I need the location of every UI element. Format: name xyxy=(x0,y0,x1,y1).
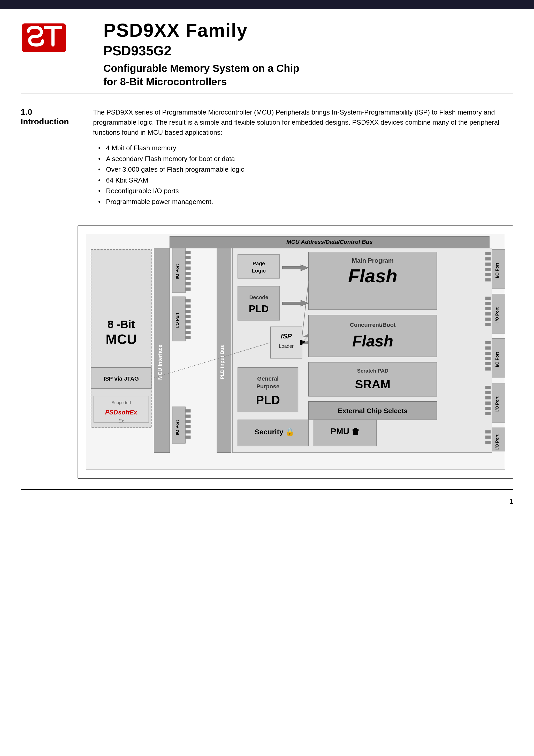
svg-rect-19 xyxy=(185,251,191,254)
svg-rect-106 xyxy=(485,391,491,394)
svg-text:Supported: Supported xyxy=(111,400,131,405)
svg-text:General: General xyxy=(257,375,279,382)
block-diagram-container: MCU Address/Data/Control Bus 8 -Bit MCU … xyxy=(78,226,513,479)
svg-text:MCU: MCU xyxy=(106,331,137,346)
svg-rect-115 xyxy=(485,441,491,444)
svg-rect-93 xyxy=(485,317,491,321)
svg-text:ISP via JTAG: ISP via JTAG xyxy=(103,375,139,382)
desc-title: Configurable Memory System on a Chip for… xyxy=(103,62,513,89)
top-section: PSD9XX Family PSD935G2 Configurable Memo… xyxy=(0,9,534,94)
svg-text:I/O Port: I/O Port xyxy=(495,307,499,322)
header-bar xyxy=(0,0,534,9)
page-number: 1 xyxy=(509,498,513,506)
block-diagram-svg: MCU Address/Data/Control Bus 8 -Bit MCU … xyxy=(86,234,505,470)
svg-rect-99 xyxy=(485,352,491,355)
svg-rect-22 xyxy=(185,266,191,269)
svg-text:Page: Page xyxy=(253,260,265,266)
svg-text:Purpose: Purpose xyxy=(256,383,280,390)
svg-rect-43 xyxy=(185,419,191,423)
svg-rect-41 xyxy=(185,409,191,412)
svg-rect-90 xyxy=(485,302,491,305)
svg-text:I/O Port: I/O Port xyxy=(495,396,499,412)
svg-rect-105 xyxy=(485,386,491,389)
svg-rect-26 xyxy=(185,287,191,290)
svg-text:ISP: ISP xyxy=(281,332,292,340)
svg-text:MCU Address/Data/Control Bus: MCU Address/Data/Control Bus xyxy=(286,238,373,245)
svg-rect-107 xyxy=(485,396,491,399)
main-title: PSD9XX Family xyxy=(103,20,513,41)
sub-title: PSD935G2 xyxy=(103,43,513,58)
svg-text:I/O Port: I/O Port xyxy=(495,352,499,367)
svg-rect-48 xyxy=(238,255,280,278)
svg-rect-25 xyxy=(185,282,191,285)
svg-text:8 -Bit: 8 -Bit xyxy=(108,318,135,331)
logo-area xyxy=(21,22,83,54)
svg-rect-33 xyxy=(185,320,191,323)
svg-rect-97 xyxy=(485,341,491,344)
svg-rect-102 xyxy=(485,367,491,370)
desc-line2: for 8-Bit Microcontrollers xyxy=(103,76,227,87)
section-name: Introduction xyxy=(21,117,78,126)
svg-text:PSDsoftEx: PSDsoftEx xyxy=(105,409,138,416)
st-logo xyxy=(21,22,67,53)
svg-rect-113 xyxy=(485,430,491,433)
svg-text:MCU Interface: MCU Interface xyxy=(157,344,163,380)
svg-text:Logic: Logic xyxy=(252,268,266,274)
list-item: 4 Mbit of Flash memory xyxy=(98,143,513,153)
svg-text:Flash: Flash xyxy=(348,265,397,286)
svg-text:I/O Port: I/O Port xyxy=(175,312,180,328)
content-section: 1.0 Introduction The PSD9XX series of Pr… xyxy=(0,94,534,220)
svg-text:I/O Port: I/O Port xyxy=(175,420,180,435)
svg-rect-21 xyxy=(185,261,191,264)
desc-line1: Configurable Memory System on a Chip xyxy=(103,63,299,74)
svg-rect-46 xyxy=(185,435,191,439)
bottom-rule xyxy=(21,489,513,490)
svg-text:I/O Port: I/O Port xyxy=(495,263,499,278)
section-body: The PSD9XX series of Programmable Microc… xyxy=(93,107,513,207)
svg-text:Concurrent/Boot: Concurrent/Boot xyxy=(350,321,396,328)
page-footer-row: 1 xyxy=(0,495,534,511)
svg-rect-20 xyxy=(185,256,191,259)
svg-rect-94 xyxy=(485,323,491,326)
svg-rect-59 xyxy=(271,327,302,358)
svg-rect-89 xyxy=(485,297,491,300)
svg-text:PLD: PLD xyxy=(249,303,269,314)
svg-text:I/O Port: I/O Port xyxy=(175,264,180,279)
list-item: Programmable power management. xyxy=(98,197,513,207)
svg-rect-24 xyxy=(185,277,191,280)
svg-rect-30 xyxy=(185,304,191,308)
svg-rect-91 xyxy=(485,307,491,310)
svg-text:Decode: Decode xyxy=(249,294,268,300)
svg-rect-86 xyxy=(485,278,491,281)
bullet-list: 4 Mbit of Flash memory A secondary Flash… xyxy=(98,143,513,207)
section-label: 1.0 Introduction xyxy=(21,107,78,207)
svg-rect-42 xyxy=(185,415,191,418)
svg-rect-92 xyxy=(485,312,491,315)
svg-rect-34 xyxy=(185,325,191,328)
list-item: A secondary Flash memory for boot or dat… xyxy=(98,153,513,164)
list-item: Over 3,000 gates of Flash programmable l… xyxy=(98,164,513,175)
svg-text:SRAM: SRAM xyxy=(355,377,390,391)
list-item: 64 Kbit SRAM xyxy=(98,175,513,186)
svg-rect-110 xyxy=(485,412,491,415)
svg-text:PMU 🗑: PMU 🗑 xyxy=(331,427,360,436)
svg-rect-31 xyxy=(185,310,191,313)
svg-rect-45 xyxy=(185,430,191,433)
svg-rect-100 xyxy=(485,357,491,360)
svg-rect-35 xyxy=(185,331,191,334)
svg-rect-109 xyxy=(485,407,491,410)
svg-text:Main Program: Main Program xyxy=(352,257,394,264)
svg-rect-29 xyxy=(185,299,191,302)
section-number: 1.0 xyxy=(21,107,78,117)
svg-rect-84 xyxy=(485,268,491,271)
svg-rect-32 xyxy=(185,315,191,318)
svg-rect-101 xyxy=(485,362,491,365)
svg-rect-114 xyxy=(485,435,491,439)
svg-text:External Chip Selects: External Chip Selects xyxy=(338,407,407,415)
svg-text:Flash: Flash xyxy=(352,332,393,350)
svg-text:PLD Input Bus: PLD Input Bus xyxy=(220,345,225,379)
svg-rect-82 xyxy=(485,257,491,260)
svg-rect-23 xyxy=(185,272,191,275)
title-area: PSD9XX Family PSD935G2 Configurable Memo… xyxy=(83,20,513,89)
svg-text:Scratch PAD: Scratch PAD xyxy=(357,368,388,374)
